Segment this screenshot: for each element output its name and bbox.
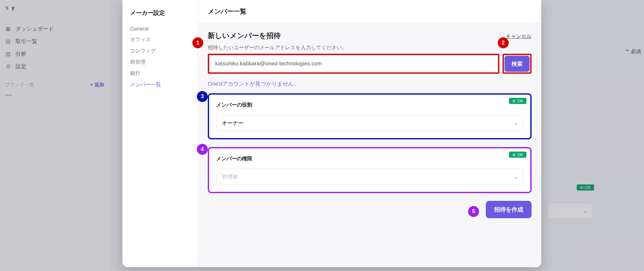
settings-modal: メーカー設定 General オフィス コンフィグ 税管理 銀行 メンバー一覧 … <box>122 0 541 267</box>
sidebar-item-office[interactable]: オフィス <box>130 34 190 45</box>
annotation-marker-4: 4 <box>197 144 208 155</box>
role-selected: オーナー <box>222 119 244 127</box>
annotation-marker-3: 3 <box>197 91 208 102</box>
ok-badge: ⊘ OK <box>509 152 526 158</box>
modal-sidebar-title: メーカー設定 <box>130 9 190 17</box>
search-highlight: 検索 <box>503 54 532 74</box>
check-icon: ⊘ <box>512 152 516 157</box>
permission-label: メンバーの権限 <box>216 155 523 162</box>
invite-head: 新しいメンバーを招待 キャンセル <box>208 31 532 41</box>
annotation-marker-5: 5 <box>468 206 479 217</box>
permission-card: ⊘ OK メンバーの権限 管理者 ⌄ <box>208 147 532 193</box>
email-input[interactable] <box>210 56 497 72</box>
chevron-down-icon: ⌄ <box>514 174 518 179</box>
check-icon: ⊘ <box>512 98 516 103</box>
sidebar-item-general[interactable]: General <box>130 24 190 34</box>
modal-header: メンバー一覧 <box>198 0 541 23</box>
ok-badge: ⊘ OK <box>509 98 526 104</box>
sidebar-item-members[interactable]: メンバー一覧 <box>130 79 190 90</box>
annotation-marker-1: 1 <box>192 37 203 48</box>
create-invite-button[interactable]: 招待を作成 <box>486 201 532 218</box>
cancel-link[interactable]: キャンセル <box>506 33 532 40</box>
annotation-marker-2: 2 <box>498 37 509 48</box>
chevron-down-icon: ⌄ <box>514 120 518 126</box>
permission-selected: 管理者 <box>222 173 238 181</box>
role-label: メンバーの役割 <box>216 102 523 108</box>
modal-sidebar: メーカー設定 General オフィス コンフィグ 税管理 銀行 メンバー一覧 <box>122 0 198 267</box>
modal-body: 新しいメンバーを招待 キャンセル 招待したいユーザーのメールアドレスを入力してく… <box>198 23 541 267</box>
invite-title: 新しいメンバーを招待 <box>208 31 281 41</box>
search-button[interactable]: 検索 <box>505 56 530 72</box>
role-select[interactable]: オーナー ⌄ <box>216 115 523 131</box>
email-row: 検索 <box>208 54 532 74</box>
submit-row: 招待を作成 <box>208 201 532 218</box>
sidebar-item-config[interactable]: コンフィグ <box>130 45 190 57</box>
sidebar-item-bank[interactable]: 銀行 <box>130 68 190 79</box>
invite-subtitle: 招待したいユーザーのメールアドレスを入力してください。 <box>208 44 532 51</box>
sidebar-item-tax[interactable]: 税管理 <box>130 57 190 68</box>
modal-main: メンバー一覧 新しいメンバーを招待 キャンセル 招待したいユーザーのメールアドレ… <box>198 0 541 267</box>
permission-select[interactable]: 管理者 ⌄ <box>216 169 523 185</box>
account-not-found: One'dアカウントが見つかりません。 <box>208 80 532 88</box>
email-highlight <box>208 54 499 74</box>
role-card: ⊘ OK メンバーの役割 オーナー ⌄ <box>208 93 532 139</box>
